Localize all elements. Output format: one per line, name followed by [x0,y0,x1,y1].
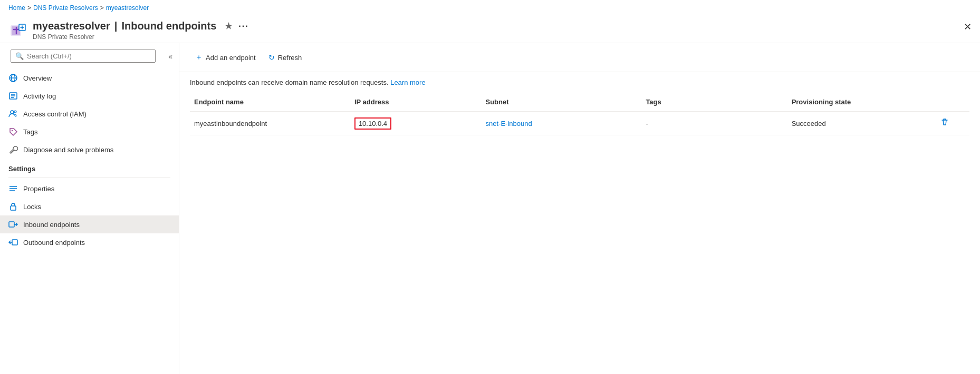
cell-endpoint-name: myeastinboundendpoint [190,112,350,135]
breadcrumb-resolver[interactable]: myeastresolver [106,4,149,12]
sidebar-label-activity-log: Activity log [23,92,56,100]
sidebar-item-properties[interactable]: Properties [0,180,179,198]
info-text: Inbound endpoints can receive domain nam… [190,78,389,86]
content-area: ＋ Add an endpoint ↻ Refresh Inbound endp… [179,43,980,374]
search-icon: 🔍 [15,52,24,60]
add-endpoint-button[interactable]: ＋ Add an endpoint [190,50,261,65]
refresh-button[interactable]: ↻ Refresh [263,50,308,65]
svg-rect-17 [9,222,14,227]
table-row: myeastinboundendpoint 10.10.0.4 snet-E-i… [190,112,969,135]
col-header-provisioning-state: Provisioning state [787,93,933,112]
cell-ip-address: 10.10.0.4 [350,112,482,135]
cell-actions [933,112,969,135]
svg-point-12 [12,130,13,131]
endpoints-table-container: Endpoint name IP address Subnet Tags Pro… [179,93,980,135]
sidebar-item-overview[interactable]: Overview [0,69,179,87]
breadcrumb: Home > DNS Private Resolvers > myeastres… [0,0,980,16]
breadcrumb-dns[interactable]: DNS Private Resolvers [33,4,98,12]
sidebar-label-locks: Locks [23,203,41,211]
svg-rect-18 [12,240,17,245]
cell-subnet: snet-E-inbound [482,112,642,135]
collapse-sidebar-button[interactable]: « [166,51,175,62]
page-header: myeastresolver | Inbound endpoints ★ ···… [0,16,980,43]
close-button[interactable]: ✕ [964,22,972,32]
svg-rect-16 [11,206,16,210]
settings-divider [8,177,170,178]
sidebar: 🔍 « Overview Activity log [0,43,179,374]
page-title: Inbound endpoints [121,20,216,32]
lock-icon [8,202,18,211]
bars-icon [8,184,18,193]
col-header-actions [933,93,969,112]
delete-button[interactable] [937,117,952,130]
sidebar-item-activity-log[interactable]: Activity log [0,87,179,105]
endpoints-table: Endpoint name IP address Subnet Tags Pro… [190,93,969,135]
col-header-tags: Tags [641,93,787,112]
sidebar-label-outbound-endpoints: Outbound endpoints [23,239,85,247]
col-header-endpoint-name: Endpoint name [190,93,350,112]
sidebar-label-properties: Properties [23,185,54,193]
search-input[interactable] [27,52,151,60]
sidebar-item-access-control[interactable]: Access control (IAM) [0,105,179,123]
resource-icon [8,21,27,40]
tag-icon [8,127,18,136]
plus-icon: ＋ [195,53,203,62]
table-header: Endpoint name IP address Subnet Tags Pro… [190,93,969,112]
info-bar: Inbound endpoints can receive domain nam… [179,72,980,93]
title-separator: | [114,20,118,32]
cell-provisioning-state: Succeeded [787,112,933,135]
sidebar-label-access-control: Access control (IAM) [23,110,87,118]
sidebar-label-inbound-endpoints: Inbound endpoints [23,221,80,229]
subnet-link[interactable]: snet-E-inbound [486,120,532,127]
inbound-icon [8,220,18,229]
refresh-label: Refresh [278,54,302,62]
globe-icon [8,73,18,83]
toolbar: ＋ Add an endpoint ↻ Refresh [179,43,980,72]
sidebar-item-inbound-endpoints[interactable]: Inbound endpoints [0,215,179,233]
sidebar-label-overview: Overview [23,74,52,82]
outbound-icon [8,238,18,247]
sidebar-item-diagnose[interactable]: Diagnose and solve problems [0,141,179,159]
favorite-star[interactable]: ★ [225,21,232,31]
people-icon [8,109,18,119]
sidebar-item-tags[interactable]: Tags [0,123,179,141]
col-header-ip-address: IP address [350,93,482,112]
search-box[interactable]: 🔍 [11,50,156,63]
sidebar-label-tags: Tags [23,128,37,136]
settings-section-label: Settings [0,159,179,175]
more-options[interactable]: ··· [238,22,248,31]
header-title-group: myeastresolver | Inbound endpoints ★ ···… [33,20,972,41]
sidebar-item-locks[interactable]: Locks [0,198,179,215]
sidebar-label-diagnose: Diagnose and solve problems [23,146,113,154]
trash-icon [940,118,949,126]
ip-address-value: 10.10.0.4 [354,117,391,130]
col-header-subnet: Subnet [482,93,642,112]
header-title: myeastresolver | Inbound endpoints ★ ··· [33,20,972,32]
learn-more-link[interactable]: Learn more [390,78,425,86]
breadcrumb-home[interactable]: Home [8,4,25,12]
wrench-icon [8,145,18,154]
sidebar-item-outbound-endpoints[interactable]: Outbound endpoints [0,233,179,251]
svg-point-11 [14,111,16,113]
svg-point-10 [11,111,14,114]
resource-name: myeastresolver [33,20,110,32]
cell-tags: - [641,112,787,135]
table-body: myeastinboundendpoint 10.10.0.4 snet-E-i… [190,112,969,135]
list-icon [8,91,18,101]
add-endpoint-label: Add an endpoint [206,54,256,62]
resource-subtitle: DNS Private Resolver [33,33,972,41]
refresh-icon: ↻ [268,53,275,62]
